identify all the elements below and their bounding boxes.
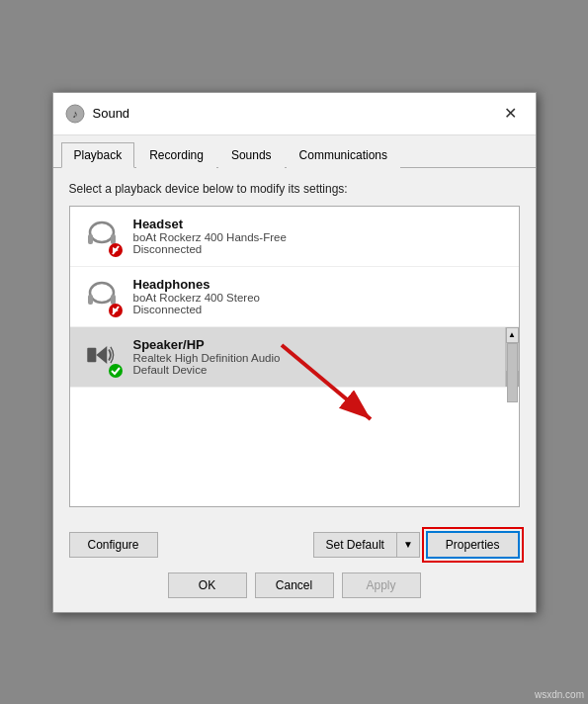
- svg-text:♪: ♪: [72, 108, 78, 120]
- instructions-text: Select a playback device below to modify…: [69, 182, 520, 196]
- set-default-arrow-button[interactable]: ▼: [397, 532, 420, 558]
- sound-dialog: ♪ Sound ✕ Playback Recording Sounds Comm…: [52, 92, 537, 613]
- scrollbar-thumb[interactable]: [507, 343, 518, 402]
- speaker-status: Default Device: [133, 364, 509, 376]
- scrollbar-up-button[interactable]: ▲: [506, 327, 519, 343]
- configure-button[interactable]: Configure: [69, 532, 158, 558]
- watermark: wsxdn.com: [535, 689, 584, 700]
- headset-status: Disconnected: [133, 243, 509, 255]
- device-list-empty: [70, 388, 519, 506]
- headset-sub: boAt Rockerz 400 Hands-Free: [133, 231, 509, 243]
- speaker-info: Speaker/HP Realtek High Definition Audio…: [133, 337, 509, 376]
- device-item-speaker[interactable]: Speaker/HP Realtek High Definition Audio…: [70, 327, 519, 388]
- headphones-sub: boAt Rockerz 400 Stereo: [133, 292, 509, 304]
- ok-button[interactable]: OK: [168, 572, 247, 598]
- tabs-bar: Playback Recording Sounds Communications: [53, 135, 536, 168]
- button-row: Configure Set Default ▼ Properties: [53, 521, 536, 572]
- properties-button[interactable]: Properties: [426, 531, 520, 559]
- svg-rect-11: [88, 295, 93, 305]
- svg-point-10: [90, 283, 114, 303]
- svg-rect-18: [87, 347, 96, 362]
- right-buttons: Set Default ▼ Properties: [313, 531, 520, 559]
- headphones-status: Disconnected: [133, 304, 509, 315]
- headphones-name: Headphones: [133, 277, 509, 292]
- svg-rect-3: [88, 234, 93, 244]
- headset-status-badge: [108, 242, 124, 258]
- headphones-info: Headphones boAt Rockerz 400 Stereo Disco…: [133, 277, 509, 315]
- speaker-name: Speaker/HP: [133, 337, 509, 352]
- window-title: Sound: [93, 106, 130, 121]
- device-item-headphones[interactable]: Headphones boAt Rockerz 400 Stereo Disco…: [70, 267, 519, 327]
- headset-name: Headset: [133, 217, 509, 231]
- tab-recording[interactable]: Recording: [136, 142, 216, 168]
- titlebar-left: ♪ Sound: [65, 104, 130, 124]
- sound-icon: ♪: [65, 104, 85, 124]
- dialog-buttons: OK Cancel Apply: [53, 572, 536, 612]
- tab-sounds[interactable]: Sounds: [218, 142, 285, 168]
- properties-wrapper: Properties: [426, 531, 520, 559]
- scrollbar[interactable]: ▲ ▼: [505, 327, 519, 387]
- speaker-icon-container: [80, 335, 124, 379]
- headset-icon-container: [80, 215, 124, 258]
- svg-marker-19: [96, 345, 107, 363]
- content-area: Select a playback device below to modify…: [53, 168, 536, 521]
- headphones-status-badge: [108, 303, 124, 318]
- device-item-headset[interactable]: Headset boAt Rockerz 400 Hands-Free Disc…: [70, 207, 519, 267]
- titlebar: ♪ Sound ✕: [53, 93, 536, 135]
- apply-button[interactable]: Apply: [342, 572, 421, 598]
- headset-info: Headset boAt Rockerz 400 Hands-Free Disc…: [133, 217, 509, 255]
- set-default-group: Set Default ▼: [313, 532, 420, 558]
- scrollbar-track: [506, 343, 519, 371]
- speaker-status-badge: [108, 363, 124, 379]
- svg-point-2: [90, 222, 114, 242]
- tab-playback[interactable]: Playback: [61, 142, 135, 168]
- tab-communications[interactable]: Communications: [287, 142, 400, 168]
- speaker-sub: Realtek High Definition Audio: [133, 352, 509, 364]
- headphones-icon-container: [80, 275, 124, 318]
- device-list: Headset boAt Rockerz 400 Hands-Free Disc…: [69, 206, 520, 507]
- cancel-button[interactable]: Cancel: [255, 572, 334, 598]
- svg-point-20: [109, 364, 123, 378]
- close-button[interactable]: ✕: [498, 101, 524, 127]
- set-default-button[interactable]: Set Default: [313, 532, 397, 558]
